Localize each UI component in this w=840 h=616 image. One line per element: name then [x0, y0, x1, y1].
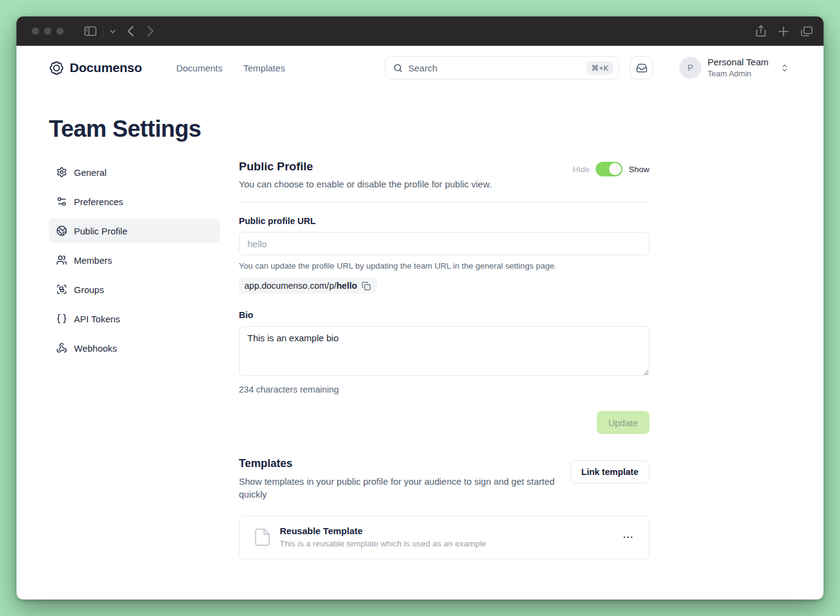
nav-templates[interactable]: Templates: [243, 63, 285, 73]
search-shortcut-badge: ⌘+K: [586, 61, 613, 75]
url-helper-text: You can update the profile URL by updati…: [239, 261, 649, 270]
sidebar-item-label: Preferences: [74, 197, 123, 207]
documenso-seal-icon: [49, 60, 64, 76]
search-icon: [393, 63, 403, 73]
account-name: Personal Team: [707, 57, 769, 68]
zoom-window-button[interactable]: [56, 27, 64, 35]
chevrons-up-down-icon: [780, 63, 789, 73]
sidebar-item-label: API Tokens: [74, 314, 120, 324]
search-input[interactable]: [408, 63, 582, 73]
sidebar-item-members[interactable]: Members: [49, 248, 220, 272]
switch-knob: [609, 163, 621, 175]
globe-icon: [56, 225, 67, 236]
more-options-icon[interactable]: [622, 531, 634, 543]
template-title: Reusable Template: [280, 526, 486, 537]
sidebar-toggle-icon[interactable]: [84, 26, 97, 36]
titlebar-divider: [103, 26, 103, 37]
webhook-icon: [56, 342, 67, 353]
app-header: Documenso Documents Templates ⌘+K: [16, 46, 824, 90]
group-icon: [56, 284, 67, 295]
settings-sidebar: General Preferences: [49, 160, 220, 559]
minimize-window-button[interactable]: [44, 27, 51, 35]
inbox-icon: [636, 62, 648, 74]
toggle-show-label: Show: [629, 165, 649, 174]
account-role: Team Admin: [707, 69, 769, 79]
brand-name: Documenso: [70, 60, 142, 75]
template-description: This is a reusable template which is use…: [280, 539, 486, 549]
file-icon: [254, 528, 271, 546]
page-body: Team Settings General: [16, 90, 824, 559]
template-card: Reusable Template This is a reusable tem…: [239, 516, 649, 559]
url-slug: hello: [337, 281, 357, 291]
sidebar-item-label: General: [74, 167, 106, 178]
browser-window: Documenso Documents Templates ⌘+K: [16, 16, 824, 600]
sidebar-item-label: Members: [74, 255, 112, 266]
sliders-icon: [56, 196, 67, 207]
forward-button[interactable]: [147, 26, 154, 37]
window-controls: [32, 27, 64, 35]
url-prefix: app.documenso.com/p/: [244, 281, 337, 291]
page-title: Team Settings: [49, 116, 789, 142]
bio-field-label: Bio: [239, 310, 649, 320]
sidebar-item-api-tokens[interactable]: API Tokens: [49, 306, 220, 331]
back-button[interactable]: [127, 26, 134, 37]
url-field-label: Public profile URL: [239, 216, 649, 226]
avatar: P: [679, 57, 701, 79]
update-button[interactable]: Update: [597, 411, 649, 434]
sidebar-item-general[interactable]: General: [49, 160, 220, 184]
account-menu[interactable]: P Personal Team Team Admin: [679, 57, 789, 79]
browser-titlebar: [16, 16, 824, 46]
bio-textarea[interactable]: This is an example bio: [239, 326, 649, 376]
main-nav: Documents Templates: [176, 63, 285, 73]
templates-heading: Templates: [239, 457, 571, 470]
chevron-down-icon[interactable]: [109, 29, 116, 34]
sidebar-item-label: Groups: [74, 284, 104, 295]
tab-overview-icon[interactable]: [801, 26, 813, 37]
public-profile-panel: Public Profile You can choose to enable …: [239, 160, 649, 559]
sidebar-item-label: Webhooks: [74, 343, 117, 353]
inbox-button[interactable]: [630, 56, 653, 79]
section-description: You can choose to enable or disable the …: [239, 179, 492, 189]
section-divider: [239, 202, 649, 203]
close-window-button[interactable]: [32, 27, 39, 35]
profile-visibility-switch[interactable]: [596, 162, 623, 176]
sidebar-item-groups[interactable]: Groups: [49, 277, 220, 302]
sidebar-item-public-profile[interactable]: Public Profile: [49, 219, 220, 243]
link-template-button[interactable]: Link template: [571, 460, 649, 484]
copy-icon[interactable]: [362, 281, 371, 291]
search-bar[interactable]: ⌘+K: [385, 56, 619, 79]
brand-logo[interactable]: Documenso: [49, 60, 142, 76]
gear-icon: [56, 167, 67, 178]
public-url-pill: app.documenso.com/p/hello: [239, 278, 377, 294]
share-icon[interactable]: [756, 25, 766, 37]
users-icon: [56, 255, 67, 266]
braces-icon: [56, 313, 67, 324]
sidebar-item-label: Public Profile: [74, 226, 128, 236]
new-tab-icon[interactable]: [778, 26, 789, 37]
templates-description: Show templates in your public profile fo…: [239, 475, 571, 501]
characters-remaining: 234 characters remaining: [239, 385, 649, 394]
sidebar-item-preferences[interactable]: Preferences: [49, 189, 220, 214]
nav-documents[interactable]: Documents: [176, 63, 222, 73]
section-heading: Public Profile: [239, 160, 492, 173]
sidebar-item-webhooks[interactable]: Webhooks: [49, 336, 220, 360]
toggle-hide-label: Hide: [572, 165, 590, 174]
profile-visibility-toggle-group: Hide Show: [572, 162, 649, 176]
public-profile-url-input[interactable]: [239, 232, 649, 255]
